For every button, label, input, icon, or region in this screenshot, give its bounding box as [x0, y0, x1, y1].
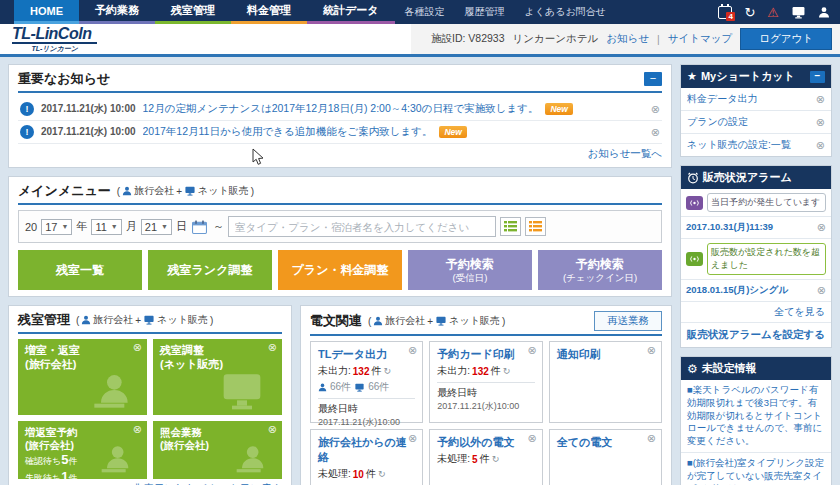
notices-minimize-button[interactable]: −	[644, 72, 662, 86]
reservation-search-checkin-button[interactable]: 予約検索(チェックイン日)	[538, 250, 662, 290]
card-title-link[interactable]: 全ての電文	[557, 435, 654, 450]
tab-statistics[interactable]: 統計データ	[307, 0, 395, 24]
alarm-configure-link[interactable]: 販売状況アラームを設定する	[687, 328, 825, 340]
notice-link-text[interactable]: 12月の定期メンテナンスは2017年12月18日(月) 2:00～4:30の日程…	[143, 102, 539, 116]
orange-list-view-button[interactable]	[525, 217, 546, 236]
card-close-icon[interactable]: ⊗	[527, 345, 536, 356]
nav-faq[interactable]: よくあるお問合せ	[515, 0, 616, 24]
facility-name: リンカーンホテル	[513, 32, 599, 46]
alarm-date-link[interactable]: 2018.01.15(月)シングル	[686, 284, 788, 297]
notice-link[interactable]: お知らせ	[606, 32, 649, 46]
month-select[interactable]: 11▼	[91, 219, 121, 235]
channel-subtitle: ( 旅行会社+ ネット販売)	[368, 314, 505, 328]
tile-add-return-rooms[interactable]: ⊗ 増室・返室(旅行会社)	[18, 339, 147, 415]
alarm-status-row: 当日予約が発生しています	[681, 189, 831, 217]
warning-icon[interactable]: ⚠	[767, 5, 779, 20]
travel-agency-icon	[318, 383, 327, 392]
tile-close-icon[interactable]: ⊗	[133, 342, 142, 353]
calendar-notification-icon[interactable]: 4	[718, 6, 732, 19]
alarm-close-icon[interactable]: ⊗	[817, 222, 826, 233]
card-close-icon[interactable]: ⊗	[647, 345, 656, 356]
alarm-message: 当日予約が発生しています	[707, 193, 826, 212]
alarm-close-icon[interactable]: ⊗	[817, 285, 826, 296]
notice-date: 2017.11.21(水) 10:00	[41, 102, 136, 116]
count-refresh-icon[interactable]: ↻	[378, 469, 386, 479]
count-refresh-icon[interactable]: ↻	[492, 454, 500, 464]
tile-close-icon[interactable]: ⊗	[133, 424, 142, 435]
person-watermark-icon	[89, 371, 133, 411]
plan-rate-adjust-button[interactable]: プラン・料金調整	[278, 250, 402, 290]
card-close-icon[interactable]: ⊗	[408, 345, 417, 356]
card-title-link[interactable]: 予約以外の電文	[437, 435, 534, 450]
card-title-link[interactable]: 通知印刷	[557, 347, 654, 362]
user-icon[interactable]	[818, 6, 830, 19]
resend-tasks-button[interactable]: 再送業務	[594, 311, 662, 331]
shortcut-row: プランの設定 ⊗	[681, 111, 831, 134]
nav-settings[interactable]: 各種設定	[395, 0, 455, 24]
unset-info-item: ■(旅行会社)室タイプリンク設定が完了していない販売先室タイプが2件があります。	[681, 453, 831, 485]
tile-room-adjust-net[interactable]: ⊗ 残室調整(ネット販売)	[153, 339, 282, 415]
green-list-view-button[interactable]	[500, 217, 521, 236]
tab-home[interactable]: HOME	[14, 0, 79, 24]
tile-close-icon[interactable]: ⊗	[268, 342, 277, 353]
reservation-search-received-button[interactable]: 予約検索(受信日)	[408, 250, 532, 290]
logout-button[interactable]: ログアウト	[740, 28, 832, 50]
card-close-icon[interactable]: ⊗	[527, 433, 536, 444]
top-navigation: HOME 予約業務 残室管理 料金管理 統計データ 各種設定 履歴管理 よくある…	[0, 0, 840, 24]
room-rank-adjust-button[interactable]: 残室ランク調整	[148, 250, 272, 290]
tile-inquiry-tasks[interactable]: ⊗ 照会業務(旅行会社)	[153, 421, 282, 479]
card-agency-contact: ⊗ 旅行会社からの連絡 未処理: 10 件 ↻	[310, 429, 423, 485]
calendar-picker-icon[interactable]	[191, 219, 209, 235]
logo-subtext: TL-リンカーン	[12, 45, 97, 52]
shortcut-link[interactable]: プランの設定	[687, 115, 748, 129]
shortcuts-minimize-button[interactable]: −	[810, 71, 825, 83]
date-prefix: 20	[25, 221, 37, 233]
date-range-tilde: ～	[213, 219, 224, 234]
card-close-icon[interactable]: ⊗	[408, 433, 417, 444]
shortcut-link[interactable]: 料金データ出力	[687, 92, 757, 106]
refresh-icon[interactable]: ↻	[744, 5, 755, 20]
card-title-link[interactable]: TLデータ出力	[318, 347, 415, 362]
tab-rates[interactable]: 料金管理	[231, 0, 307, 24]
tile-close-icon[interactable]: ⊗	[268, 424, 277, 435]
count-refresh-icon[interactable]: ↻	[503, 366, 511, 376]
notice-close-icon[interactable]: ⊗	[651, 104, 660, 115]
card-title-link[interactable]: 旅行会社からの連絡	[318, 435, 415, 465]
unset-info-link[interactable]: ■楽天トラベルのパスワード有効期限切れまで後3日です。有効期限が切れるとサイトコ…	[687, 384, 825, 448]
shortcut-row: ネット販売の設定:一覧 ⊗	[681, 134, 831, 156]
alarm-see-all-link[interactable]: 全てを見る	[774, 306, 825, 317]
shortcut-close-icon[interactable]: ⊗	[816, 117, 825, 128]
card-close-icon[interactable]: ⊗	[647, 433, 656, 444]
tab-reservations[interactable]: 予約業務	[79, 0, 155, 24]
travel-agency-icon	[81, 315, 91, 325]
alarm-clock-icon	[687, 172, 699, 184]
day-select[interactable]: 21▼	[141, 219, 172, 235]
shortcut-close-icon[interactable]: ⊗	[816, 140, 825, 151]
shortcut-close-icon[interactable]: ⊗	[816, 94, 825, 105]
year-select[interactable]: 17▼	[41, 219, 72, 235]
notice-list-link[interactable]: お知らせ一覧へ	[588, 147, 662, 159]
shortcut-link[interactable]: ネット販売の設定:一覧	[687, 138, 791, 152]
tab-room-inventory[interactable]: 残室管理	[155, 0, 231, 24]
unset-info-link[interactable]: ■(旅行会社)室タイプリンク設定が完了していない販売先室タイプが2件があります。	[687, 457, 825, 485]
notice-icon: !	[20, 102, 34, 116]
alarm-date-link[interactable]: 2017.10.31(月)11:39	[686, 221, 773, 234]
unset-info-title: 未設定情報	[702, 361, 757, 376]
card-title-link[interactable]: 予約カード印刷	[437, 347, 534, 362]
monitor-watermark-icon	[216, 371, 268, 411]
app-logo[interactable]: TL-LinColn TL-リンカーン	[0, 26, 97, 52]
count-refresh-icon[interactable]: ↻	[383, 366, 391, 376]
monitor-icon[interactable]	[791, 6, 806, 19]
remaining-rooms-list-button[interactable]: 残室一覧	[18, 250, 142, 290]
quick-search-bar: 20 17▼ 年 11▼ 月 21▼ 日 ～	[18, 210, 662, 243]
search-input[interactable]	[228, 216, 496, 237]
important-notices-panel: 重要なお知らせ − ! 2017.11.21(水) 10:00 12月の定期メン…	[8, 64, 672, 168]
tile-add-return-reservation[interactable]: ⊗ 増返室予約(旅行会社) 確認待ち5件 失敗待ち1件	[18, 421, 147, 479]
notice-link-text[interactable]: 2017年12月11日から使用できる追加機能をご案内致します。	[143, 125, 433, 139]
notice-close-icon[interactable]: ⊗	[651, 127, 660, 138]
nav-history[interactable]: 履歴管理	[455, 0, 515, 24]
link-separator: |	[657, 33, 660, 45]
sitemap-link[interactable]: サイトマップ	[668, 32, 732, 46]
unprocessed-count: 未処理: 5 件 ↻	[437, 452, 534, 466]
travel-agency-icon	[373, 316, 383, 326]
